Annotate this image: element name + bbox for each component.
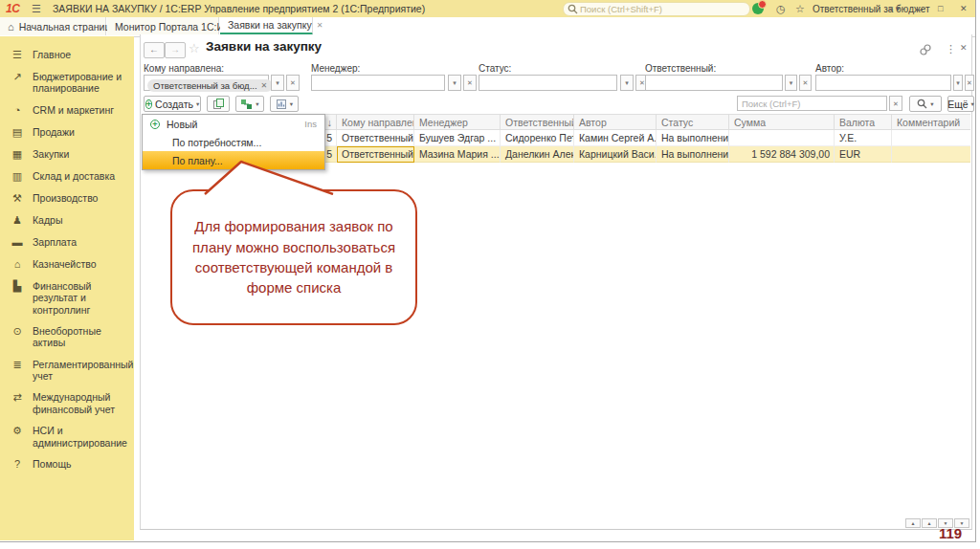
filter-komu-clear-button[interactable]: ✕ bbox=[286, 75, 300, 91]
chevron-down-icon: ▾ bbox=[971, 100, 974, 108]
global-search[interactable] bbox=[563, 2, 750, 16]
column-status[interactable]: Статус bbox=[657, 114, 729, 130]
sidebar-item-warehouse[interactable]: ▥Склад и доставка bbox=[0, 165, 134, 187]
list-nav-first-button[interactable]: ▲ bbox=[905, 518, 921, 528]
filter-input-responsible[interactable] bbox=[645, 75, 783, 91]
tab-close-icon[interactable]: ✕ bbox=[317, 21, 323, 30]
sidebar-item-crm[interactable]: ◔CRM и маркетинг bbox=[0, 99, 134, 121]
sidebar-item-purchases[interactable]: ▦Закупки bbox=[0, 143, 134, 165]
factory-icon: ⚒ bbox=[10, 192, 25, 205]
history-icon[interactable]: ◷ bbox=[776, 2, 786, 15]
filter-responsible-clear-button[interactable]: ✕ bbox=[799, 75, 812, 91]
close-form-icon[interactable]: ✕ bbox=[960, 43, 968, 53]
chevron-down-icon: ▾ bbox=[930, 100, 933, 108]
forward-button[interactable]: → bbox=[165, 42, 186, 58]
sidebar-item-glavnoe[interactable]: ☰Главное bbox=[0, 44, 134, 66]
close-window-button[interactable]: ✕ bbox=[960, 2, 968, 15]
menu-item-new[interactable]: + Новый Ins bbox=[143, 115, 324, 133]
sidebar-item-salary[interactable]: ▬Зарплата bbox=[0, 231, 134, 253]
favorites-icon[interactable]: ☆ bbox=[795, 2, 805, 15]
plus-icon: + bbox=[150, 120, 160, 129]
filter-author-dropdown-button[interactable]: ▾ bbox=[953, 75, 963, 91]
filter-manager-clear-button[interactable]: ✕ bbox=[463, 75, 477, 91]
form-title: Заявки на закупку bbox=[206, 39, 322, 54]
chevron-down-icon: ▾ bbox=[196, 100, 199, 108]
search-settings-button[interactable]: ▾ bbox=[909, 96, 942, 112]
sidebar-item-ifrs[interactable]: ⇄Международный финансовый учет bbox=[0, 386, 134, 420]
copy-icon bbox=[212, 98, 225, 110]
1c-logo: 1С bbox=[6, 2, 19, 15]
bar-chart-icon: ▙ bbox=[10, 280, 25, 316]
maximize-button[interactable]: □ bbox=[938, 2, 943, 15]
column-sum[interactable]: Сумма bbox=[729, 114, 835, 130]
tab-monitor-portal[interactable]: Монитор Портала 1С:ИТС ✕ bbox=[107, 17, 219, 35]
column-manager[interactable]: Менеджер bbox=[414, 114, 501, 130]
sidebar-item-regulated[interactable]: ≣Регламентированный учет bbox=[0, 354, 134, 387]
sidebar-item-budgeting[interactable]: ↗Бюджетирование и планирование bbox=[0, 66, 134, 99]
menu-item-by-needs[interactable]: По потребностям... bbox=[143, 133, 324, 151]
report-icon bbox=[276, 99, 287, 110]
filter-komu-dropdown-button[interactable]: ▾ bbox=[271, 75, 284, 91]
briefcase-icon: ▤ bbox=[10, 126, 25, 139]
filter-input-manager[interactable] bbox=[311, 75, 445, 91]
sidebar-item-hr[interactable]: ♟Кадры bbox=[0, 209, 134, 231]
filter-author-clear-button[interactable]: ✕ bbox=[965, 75, 974, 91]
sidebar-item-treasury[interactable]: ⌂Казначейство bbox=[0, 253, 134, 275]
service-menu-icon[interactable]: ≡ ▾ bbox=[888, 2, 900, 15]
drcr-icon: ⇄ bbox=[10, 391, 25, 415]
list-nav-prev-button[interactable]: ▲ bbox=[922, 518, 937, 528]
sidebar-item-nsi-admin[interactable]: ⚙НСИ и администрирование bbox=[0, 420, 134, 453]
filter-status-dropdown-button[interactable]: ▾ bbox=[620, 75, 634, 91]
search-icon bbox=[568, 4, 578, 14]
favorite-star-icon[interactable]: ☆ bbox=[189, 41, 200, 55]
filter-label-status: Статус: bbox=[479, 63, 511, 74]
filter-manager-dropdown-button[interactable]: ▾ bbox=[448, 75, 461, 91]
window-title: ЗАЯВКИ НА ЗАКУПКУ / 1С:ERP Управление пр… bbox=[53, 3, 425, 14]
app-window: 1С ☰ ЗАЯВКИ НА ЗАКУПКУ / 1С:ERP Управлен… bbox=[0, 0, 976, 542]
tag-remove-icon[interactable]: ✕ bbox=[261, 81, 268, 90]
minimize-button[interactable]: – bbox=[917, 2, 923, 15]
filter-tag[interactable]: Ответственный за бюд...✕ bbox=[147, 79, 273, 92]
help-icon: ? bbox=[10, 458, 25, 471]
callout-tail bbox=[191, 159, 345, 195]
tab-zayavki[interactable]: Заявки на закупку ✕ bbox=[220, 17, 313, 35]
list-search-input[interactable] bbox=[737, 96, 887, 111]
column-comment[interactable]: Комментарий bbox=[892, 114, 970, 130]
slide-page-number: 119 bbox=[939, 525, 962, 541]
sidebar-item-assets[interactable]: ⊙Внеоборотные активы bbox=[0, 320, 134, 354]
list-search-clear-button[interactable]: ✕ bbox=[889, 96, 902, 111]
tab-home[interactable]: ⌂ Начальная страница bbox=[0, 17, 106, 35]
linked-docs-icon bbox=[240, 99, 253, 110]
hamburger-icon[interactable]: ☰ bbox=[32, 2, 41, 15]
vehicle-icon: ⊙ bbox=[10, 325, 25, 349]
home-icon: ⌂ bbox=[8, 21, 14, 33]
boxes-icon: ▥ bbox=[10, 170, 25, 183]
filter-input-author[interactable] bbox=[815, 75, 951, 91]
sidebar-item-sales[interactable]: ▤Продажи bbox=[0, 121, 134, 143]
filter-input-status[interactable] bbox=[479, 75, 617, 91]
create-button[interactable]: + Создать ▾ bbox=[144, 96, 201, 112]
column-currency[interactable]: Валюта bbox=[835, 114, 892, 130]
back-button[interactable]: ← bbox=[144, 42, 165, 58]
create-based-on-button[interactable]: ▾ bbox=[235, 96, 264, 112]
filter-input-komu[interactable]: Ответственный за бюд...✕ bbox=[144, 75, 269, 91]
column-author[interactable]: Автор bbox=[574, 114, 657, 130]
current-user[interactable]: Ответственный за бюджет bbox=[813, 4, 929, 14]
column-komu[interactable]: Кому направлена bbox=[337, 114, 414, 130]
callout-bubble: Для формирования заявок по плану можно в… bbox=[170, 189, 417, 325]
sidebar-item-help[interactable]: ?Помощь bbox=[0, 453, 134, 475]
card-icon: ▬ bbox=[10, 236, 25, 249]
global-search-input[interactable] bbox=[578, 3, 735, 15]
sidebar-item-finresult[interactable]: ▙Финансовый результат и контроллинг bbox=[0, 275, 134, 320]
reports-button[interactable]: ▾ bbox=[270, 96, 299, 112]
tab-label: Начальная страница bbox=[19, 21, 117, 33]
column-responsible[interactable]: Ответственный bbox=[501, 114, 574, 130]
more-button[interactable]: Ещё ▾ bbox=[947, 96, 974, 112]
copy-button[interactable] bbox=[207, 96, 230, 112]
filter-label-author: Автор: bbox=[815, 63, 844, 74]
notifications-icon[interactable] bbox=[752, 3, 764, 14]
sidebar-item-production[interactable]: ⚒Производство bbox=[0, 187, 134, 209]
get-link-icon[interactable] bbox=[920, 44, 931, 57]
filter-responsible-dropdown-button[interactable]: ▾ bbox=[785, 75, 797, 91]
more-menu-icon[interactable]: ⋮ bbox=[946, 43, 956, 55]
